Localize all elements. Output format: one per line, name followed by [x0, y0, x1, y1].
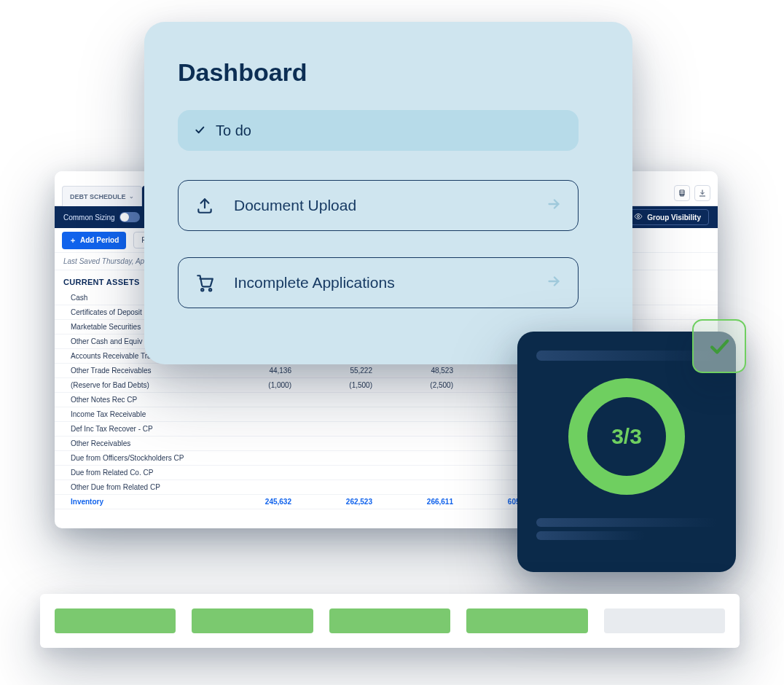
arrow-right-icon	[546, 196, 562, 215]
progress-segment	[466, 608, 587, 633]
arrow-right-icon	[546, 273, 562, 292]
todo-chip[interactable]: To do	[178, 110, 579, 151]
tab-debt-schedule[interactable]: DEBT SCHEDULE ⌄	[62, 186, 142, 206]
group-visibility-label: Group Visibility	[647, 214, 701, 222]
svg-point-3	[201, 289, 203, 291]
svg-point-4	[209, 289, 211, 291]
cell[interactable]: (2,500)	[385, 381, 466, 389]
progress-ring-text: 3/3	[611, 424, 642, 449]
row-label: Inventory	[71, 498, 224, 506]
cell[interactable]: 48,523	[385, 367, 466, 375]
add-period-button[interactable]: ＋ Add Period	[62, 232, 126, 249]
svg-point-2	[638, 216, 640, 218]
tile-label: Document Upload	[234, 197, 527, 214]
tile-document-upload[interactable]: Document Upload	[178, 180, 579, 231]
cell[interactable]: 245,632	[224, 498, 305, 506]
progress-segment	[55, 608, 176, 633]
tab-label: DEBT SCHEDULE	[70, 193, 126, 200]
todo-label: To do	[216, 122, 251, 139]
common-sizing-toggle[interactable]: Common Sizing	[63, 212, 140, 222]
cell[interactable]: 262,523	[305, 498, 385, 506]
dashboard-card: Dashboard To do Document Upload Incomple…	[144, 22, 632, 364]
cell[interactable]: (1,000)	[224, 381, 305, 389]
check-icon	[194, 122, 205, 139]
progress-placeholder-line-short	[536, 531, 645, 540]
progress-segment	[329, 608, 450, 633]
success-check-badge	[692, 319, 746, 373]
download-icon[interactable]	[694, 185, 710, 201]
progress-strip	[40, 594, 740, 648]
progress-ring: 3/3	[568, 378, 685, 495]
cell[interactable]: 266,611	[385, 498, 466, 506]
row-label: (Reserve for Bad Debts)	[71, 381, 224, 389]
chevron-down-icon: ⌄	[129, 193, 134, 200]
common-sizing-label: Common Sizing	[63, 214, 115, 222]
row-label: Def Inc Tax Recover - CP	[71, 425, 224, 433]
row-label: Other Receivables	[71, 439, 224, 447]
row-label: Due from Officers/Stockholders CP	[71, 454, 224, 462]
row-label: Other Trade Receivables	[71, 367, 224, 375]
plus-icon: ＋	[69, 235, 77, 246]
progress-segment	[192, 608, 313, 633]
dashboard-title: Dashboard	[178, 58, 599, 87]
row-label: Other Due from Related CP	[71, 483, 224, 491]
row-label: Due from Related Co. CP	[71, 469, 224, 477]
group-visibility-button[interactable]: Group Visibility	[626, 209, 709, 225]
eye-icon	[634, 212, 643, 222]
cell[interactable]: 44,136	[224, 367, 305, 375]
tile-label: Incomplete Applications	[234, 274, 527, 291]
toolbar-icons	[674, 185, 710, 206]
progress-placeholder-bar	[536, 351, 717, 361]
add-period-label: Add Period	[80, 236, 119, 244]
toggle-icon[interactable]	[119, 212, 140, 222]
cart-icon	[195, 273, 215, 293]
upload-icon	[195, 195, 215, 216]
print-icon[interactable]	[674, 185, 690, 201]
cell[interactable]: 55,222	[305, 367, 385, 375]
row-label: Income Tax Receivable	[71, 410, 224, 418]
tile-incomplete-applications[interactable]: Incomplete Applications	[178, 257, 579, 308]
row-label: Other Notes Rec CP	[71, 396, 224, 404]
cell[interactable]: (1,500)	[305, 381, 385, 389]
progress-segment	[604, 608, 725, 633]
progress-placeholder-line	[536, 518, 717, 527]
